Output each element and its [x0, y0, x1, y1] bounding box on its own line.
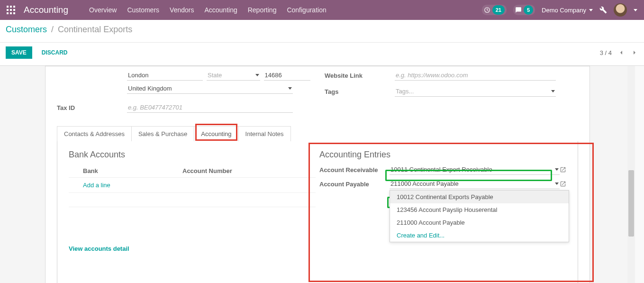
breadcrumb-root[interactable]: Customers: [6, 25, 47, 34]
nav-links: Overview Customers Vendors Accounting Re…: [89, 6, 327, 14]
company-switcher[interactable]: Demo Company: [542, 7, 593, 14]
tax-id-label: Tax ID: [57, 104, 127, 111]
tax-id-input[interactable]: [127, 102, 293, 113]
brand-title[interactable]: Accounting: [24, 5, 68, 15]
caret-down-icon: [589, 9, 593, 11]
svg-rect-2: [13, 6, 15, 8]
tab-sales-purchase[interactable]: Sales & Purchase: [131, 126, 194, 141]
dropdown-create-edit[interactable]: Create and Edit...: [390, 229, 569, 242]
breadcrumb-row: Customers / Continental Exports: [0, 20, 644, 43]
top-navbar: Accounting Overview Customers Vendors Ac…: [0, 0, 644, 20]
pager: 3 / 4: [600, 49, 638, 56]
nav-reporting[interactable]: Reporting: [248, 6, 277, 14]
messages-count-badge: 5: [524, 5, 533, 15]
svg-rect-4: [10, 9, 12, 11]
messages-indicator[interactable]: 5: [513, 5, 535, 15]
country-select[interactable]: United Kingdom: [127, 83, 293, 94]
highlight-tab-accounting: [195, 124, 237, 141]
discard-button[interactable]: DISCARD: [36, 46, 73, 59]
dropdown-option[interactable]: 10012 Continental Exports Payable: [390, 191, 569, 203]
tags-select[interactable]: Tags...: [395, 86, 556, 97]
debug-icon[interactable]: [599, 6, 607, 14]
view-accounts-detail-link[interactable]: View accounts detail: [69, 245, 316, 252]
form-scroll-area: State United Kingdom Tax ID: [0, 66, 635, 283]
caret-down-icon: [634, 9, 637, 11]
bank-col-account-number: Account Number: [182, 167, 232, 174]
city-input[interactable]: [127, 70, 203, 81]
scrollbar-thumb[interactable]: [628, 170, 634, 237]
svg-rect-8: [13, 12, 15, 14]
bank-accounts-table: Bank Account Number Add a line: [69, 164, 316, 207]
highlight-receivable-input: [385, 170, 552, 181]
bank-col-bank: Bank: [83, 167, 182, 174]
website-input[interactable]: [395, 70, 556, 81]
svg-rect-7: [10, 12, 12, 14]
svg-rect-6: [7, 12, 9, 14]
form-right-column: Website Link Tags Tags...: [310, 66, 578, 113]
activity-count-badge: 21: [492, 5, 505, 15]
company-name: Demo Company: [542, 7, 586, 14]
bank-add-line[interactable]: Add a line: [69, 178, 316, 193]
pager-prev-icon[interactable]: [617, 49, 625, 56]
actions-row: SAVE DISCARD 3 / 4: [0, 43, 644, 66]
activity-indicator[interactable]: 21: [482, 5, 507, 15]
svg-rect-3: [7, 9, 9, 11]
nav-customers[interactable]: Customers: [127, 6, 159, 14]
tab-contacts[interactable]: Contacts & Addresses: [57, 126, 132, 141]
apps-icon[interactable]: [7, 6, 15, 14]
bank-accounts-title: Bank Accounts: [69, 150, 316, 160]
user-avatar[interactable]: [614, 3, 627, 17]
nav-accounting[interactable]: Accounting: [204, 6, 237, 14]
bank-empty-row: [69, 193, 316, 207]
svg-rect-5: [13, 9, 15, 11]
form-tabs: Contacts & Addresses Sales & Purchase Ac…: [57, 126, 578, 141]
breadcrumb-separator: /: [49, 25, 55, 34]
bank-accounts-section: Bank Accounts Bank Account Number Add a …: [69, 150, 316, 281]
save-button[interactable]: SAVE: [6, 46, 32, 59]
dropdown-option[interactable]: 211000 Account Payable: [390, 216, 569, 229]
svg-rect-0: [7, 6, 9, 8]
form-left-column: State United Kingdom Tax ID: [57, 66, 310, 113]
pager-text: 3 / 4: [600, 49, 612, 56]
tab-internal-notes[interactable]: Internal Notes: [238, 126, 291, 141]
breadcrumb-current: Continental Exports: [58, 25, 132, 34]
state-select[interactable]: State: [207, 70, 260, 81]
vertical-scrollbar[interactable]: [627, 66, 635, 283]
tags-label: Tags: [325, 88, 395, 95]
form-sheet: State United Kingdom Tax ID: [45, 66, 590, 283]
svg-rect-1: [10, 6, 12, 8]
navbar-right: 21 5 Demo Company: [482, 3, 637, 17]
nav-overview[interactable]: Overview: [89, 6, 117, 14]
zip-input[interactable]: [264, 70, 311, 81]
dropdown-option[interactable]: 123456 Account Payslip Houserental: [390, 203, 569, 216]
pager-next-icon[interactable]: [631, 49, 638, 56]
nav-configuration[interactable]: Configuration: [287, 6, 326, 14]
website-label: Website Link: [325, 72, 395, 79]
account-payable-dropdown: 10012 Continental Exports Payable 123456…: [390, 190, 569, 242]
nav-vendors[interactable]: Vendors: [170, 6, 194, 14]
